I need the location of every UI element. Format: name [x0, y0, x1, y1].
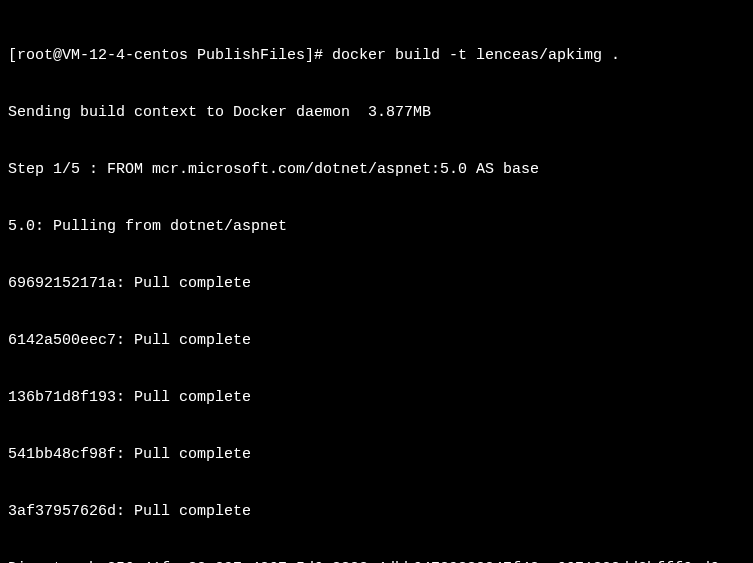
terminal-line: 69692152171a: Pull complete [8, 274, 745, 293]
terminal-line: 136b71d8f193: Pull complete [8, 388, 745, 407]
terminal-output[interactable]: [root@VM-12-4-centos PublishFiles]# dock… [8, 8, 745, 563]
terminal-line: Digest: sha256:41faa82e297e4067a5d6c8803… [8, 559, 745, 563]
terminal-line: 5.0: Pulling from dotnet/aspnet [8, 217, 745, 236]
terminal-line: Sending build context to Docker daemon 3… [8, 103, 745, 122]
terminal-line: [root@VM-12-4-centos PublishFiles]# dock… [8, 46, 745, 65]
terminal-line: 6142a500eec7: Pull complete [8, 331, 745, 350]
terminal-line: 3af37957626d: Pull complete [8, 502, 745, 521]
terminal-line: Step 1/5 : FROM mcr.microsoft.com/dotnet… [8, 160, 745, 179]
terminal-line: 541bb48cf98f: Pull complete [8, 445, 745, 464]
